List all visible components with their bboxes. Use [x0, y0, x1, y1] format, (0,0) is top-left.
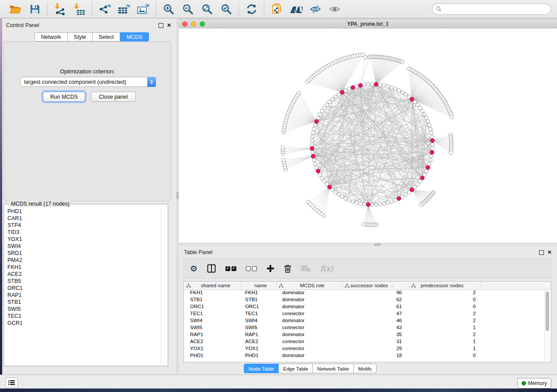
save-session-icon[interactable] [28, 2, 42, 16]
table-cell[interactable]: 0 [409, 304, 481, 311]
memory-button[interactable]: Memory [517, 378, 551, 389]
open-file-icon[interactable] [9, 2, 23, 16]
table-cell[interactable]: 2 [409, 290, 481, 297]
table-cell[interactable]: TEC1 [184, 311, 242, 318]
tab-mcds[interactable]: MCDS [120, 32, 149, 41]
search-input[interactable] [444, 6, 547, 13]
table-cell[interactable]: TEC1 [242, 311, 277, 318]
table-cell[interactable]: RAP1 [184, 332, 242, 339]
table-cell[interactable]: ORC1 [184, 304, 242, 311]
table-cell[interactable]: connector [277, 311, 343, 318]
column-header-predecessor-nodes[interactable]: predecessor nodes [409, 282, 481, 289]
zoom-out-icon[interactable] [181, 2, 195, 16]
table-cell[interactable]: dominator [277, 290, 343, 297]
table-cell[interactable]: YOX1 [184, 346, 242, 353]
mcds-result-item[interactable]: ORC1 [7, 285, 161, 292]
tab-select[interactable]: Select [93, 32, 121, 41]
mcds-result-list[interactable]: PHD1CAR1STP4TID3YOX1SWI4SRD1PMA2FKH1ACE2… [5, 208, 161, 365]
mcds-result-item[interactable]: FKH1 [7, 264, 161, 271]
float-table-panel-icon[interactable] [539, 250, 544, 255]
column-header-name[interactable]: name [242, 282, 277, 289]
network-view-canvas[interactable] [179, 28, 557, 243]
mcds-result-item[interactable]: CAR1 [7, 215, 161, 222]
mcds-result-item[interactable]: STB5 [7, 278, 161, 285]
share-document-icon[interactable] [270, 2, 284, 16]
table-cell[interactable]: dominator [277, 332, 343, 339]
close-panel-icon[interactable]: ✕ [167, 23, 171, 28]
table-cell[interactable]: STB1 [242, 297, 277, 304]
table-cell[interactable]: ORC1 [242, 304, 277, 311]
show-column-panel-icon[interactable] [207, 262, 216, 275]
close-table-panel-icon[interactable]: ✕ [547, 250, 552, 254]
mcds-result-item[interactable]: SWI4 [7, 243, 161, 250]
zoom-selected-icon[interactable] [219, 2, 233, 16]
table-cell[interactable]: dominator [277, 304, 343, 311]
mcds-result-item[interactable]: RAP1 [7, 292, 161, 299]
table-cell[interactable]: 0 [409, 353, 481, 360]
table-scrollbar-thumb[interactable] [546, 292, 549, 331]
mcds-result-item[interactable]: SRD1 [7, 250, 161, 257]
criterion-select[interactable]: largest connected component (undirected) [20, 77, 156, 87]
export-table-icon[interactable] [117, 2, 131, 16]
table-cell[interactable]: ACE2 [242, 339, 277, 346]
zoom-in-icon[interactable] [162, 2, 176, 16]
table-cell[interactable]: 1 [409, 325, 481, 332]
import-table-icon[interactable] [73, 2, 86, 16]
mcds-result-item[interactable]: STB1 [7, 299, 161, 306]
table-row[interactable]: PHD1PHD1dominator180 [184, 353, 551, 360]
table-cell[interactable]: SWI4 [184, 318, 242, 325]
table-row[interactable]: ORC1ORC1dominator610 [184, 304, 551, 311]
table-row[interactable]: SWI5SWI5connector431 [184, 325, 551, 332]
table-cell[interactable]: dominator [277, 353, 343, 360]
table-cell[interactable]: 29 [343, 346, 409, 353]
float-panel-icon[interactable] [159, 23, 163, 28]
table-cell[interactable]: YOX1 [242, 346, 277, 353]
column-header-shared-name[interactable]: shared name [184, 282, 242, 289]
refresh-view-icon[interactable] [245, 2, 259, 16]
tab-network-table[interactable]: Network Table [313, 364, 354, 373]
table-cell[interactable]: dominator [277, 318, 343, 325]
mcds-result-item[interactable]: PMA2 [7, 257, 161, 264]
table-cell[interactable]: 47 [343, 311, 409, 318]
table-cell[interactable]: 31 [343, 339, 409, 346]
table-cell[interactable]: SWI4 [242, 318, 277, 325]
table-row[interactable]: TEC1TEC1connector472 [184, 311, 551, 318]
table-cell[interactable]: 1 [409, 339, 481, 346]
table-cell[interactable]: 62 [343, 297, 409, 304]
close-panel-button[interactable]: Close panel [91, 92, 136, 102]
tab-style[interactable]: Style [68, 32, 93, 41]
select-all-icon[interactable] [225, 262, 236, 275]
table-row[interactable]: RAP1RAP1dominator352 [184, 332, 551, 339]
table-row[interactable]: ACE2ACE2connector311 [184, 339, 551, 346]
tab-node-table[interactable]: Node Table [244, 364, 279, 373]
table-cell[interactable]: 35 [343, 332, 409, 339]
zoom-fit-icon[interactable] [200, 2, 214, 16]
table-cell[interactable]: 18 [343, 353, 409, 360]
export-network-icon[interactable] [98, 2, 112, 16]
table-cell[interactable]: PHD1 [242, 353, 277, 360]
mcds-result-item[interactable]: PHD1 [7, 208, 161, 215]
tab-motifs[interactable]: Motifs [354, 364, 377, 373]
mcds-result-item[interactable]: TID3 [7, 229, 161, 236]
table-cell[interactable]: 2 [409, 318, 481, 325]
table-cell[interactable]: 46 [343, 318, 409, 325]
tab-edge-table[interactable]: Edge Table [279, 364, 313, 373]
table-cell[interactable]: 2 [409, 311, 481, 318]
mcds-result-scrollbar[interactable] [161, 205, 167, 365]
mcds-result-item[interactable]: YOX1 [7, 236, 161, 243]
mcds-result-item[interactable]: SWI5 [7, 306, 161, 313]
mcds-result-item[interactable]: STP4 [7, 222, 161, 229]
table-cell[interactable]: 96 [343, 290, 409, 297]
table-cell[interactable]: 2 [409, 332, 481, 339]
export-image-icon[interactable] [136, 2, 150, 16]
show-all-eye-icon[interactable] [328, 2, 342, 16]
table-cell[interactable]: SWI5 [184, 325, 242, 332]
hide-selected-eye-icon[interactable] [308, 2, 322, 16]
table-cell[interactable]: PHD1 [184, 353, 242, 360]
table-cell[interactable]: 43 [343, 325, 409, 332]
table-cell[interactable]: dominator [277, 297, 343, 304]
import-network-icon[interactable] [53, 2, 67, 16]
table-cell[interactable]: SWI5 [242, 325, 277, 332]
table-scrollbar[interactable] [544, 290, 550, 361]
table-cell[interactable]: 1 [409, 346, 481, 353]
